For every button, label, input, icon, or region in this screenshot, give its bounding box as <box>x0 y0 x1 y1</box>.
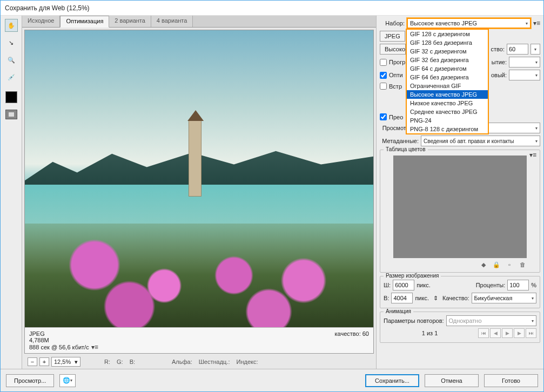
dd-item[interactable]: GIF 32 с дизерингом <box>407 47 488 56</box>
quality-preset-button[interactable]: Высоко <box>380 44 406 55</box>
info-quality: качество: 60 <box>334 330 369 337</box>
w-label: Ш: <box>384 282 391 288</box>
tab-original[interactable]: Исходное <box>22 16 60 27</box>
ct-eyedrop-icon[interactable]: ◆ <box>479 260 488 269</box>
link-icon[interactable]: ⇕ <box>433 295 438 302</box>
index-label: Индекс: <box>237 359 258 365</box>
dd-item[interactable]: GIF 64 с дизерингом <box>407 64 488 73</box>
dd-item[interactable]: PNG-24 <box>407 116 488 125</box>
dd-item[interactable]: Ограниченная GIF <box>407 82 488 90</box>
format-button[interactable]: JPEG <box>380 31 405 42</box>
resample-select[interactable]: Бикубическая▾ <box>472 293 536 303</box>
preview-button[interactable]: Просмотр... <box>6 374 54 387</box>
preset-dropdown[interactable]: GIF 128 с дизерингом GIF 128 без дизерин… <box>406 29 489 134</box>
tab-2up[interactable]: 2 варианта <box>109 16 151 27</box>
anim-controls: ⏮ ◀ ▶ ▶ ⏭ <box>478 328 536 338</box>
done-button[interactable]: Готово <box>484 374 538 387</box>
save-button[interactable]: Сохранить... <box>365 374 419 387</box>
quality-input[interactable] <box>507 44 528 55</box>
blur-select[interactable]: ▾ <box>509 57 540 67</box>
slice-visibility-toggle[interactable] <box>5 110 17 119</box>
animation-legend: Анимация <box>384 308 413 314</box>
slice-tool[interactable]: ↘ <box>5 36 18 49</box>
dd-item-selected[interactable]: Высокое качество JPEG <box>407 90 488 99</box>
image-preview[interactable] <box>25 30 373 327</box>
anim-prev-icon: ◀ <box>490 328 501 338</box>
matte-select[interactable]: ▾ <box>509 70 540 80</box>
settings-panel: Набор: Высокое качество JPEG▾ ▾≡ GIF 128… <box>376 16 543 369</box>
anim-next-icon: ▶ <box>514 328 525 338</box>
anim-play-icon: ▶ <box>502 328 513 338</box>
dd-item[interactable]: GIF 128 с дизерингом <box>407 30 488 38</box>
main-area: ✋ ↘ 🔍 💉 Исходное Оптимизация 2 варианта … <box>1 16 543 369</box>
frame-counter: 1 из 1 <box>384 330 476 336</box>
canvas-wrap: JPEGкачество: 60 4,788M 888 сек @ 56,6 к… <box>24 30 374 354</box>
footer: Просмотр... 🌐▾ Сохранить... Отмена Готов… <box>1 369 543 391</box>
window-title: Сохранить для Web (12,5%) <box>5 4 90 12</box>
settings-menu-icon[interactable]: ▾≡ <box>533 19 540 27</box>
hex-label: Шестнадц.: <box>199 359 230 365</box>
height-input[interactable] <box>391 293 413 303</box>
anim-last-icon: ⏭ <box>526 328 536 338</box>
alpha-label: Альфа: <box>172 359 192 365</box>
imagesize-legend: Размер изображения <box>384 273 441 279</box>
optimized-checkbox[interactable]: Опти <box>380 72 403 79</box>
preview-tabs: Исходное Оптимизация 2 варианта 4 вариан… <box>22 16 376 28</box>
h-label: В: <box>384 295 389 301</box>
matte-label: овый: <box>491 72 507 78</box>
zoom-in-button[interactable]: + <box>39 357 49 366</box>
px-label2: пикс. <box>415 295 429 301</box>
hand-tool[interactable]: ✋ <box>5 19 18 32</box>
percent-sign: % <box>531 282 536 288</box>
preset-label: Набор: <box>380 20 405 26</box>
anim-first-icon: ⏮ <box>478 328 489 338</box>
colortable-menu-icon[interactable]: ▾≡ <box>529 151 536 159</box>
loop-select: Однократно▾ <box>446 315 536 326</box>
zoom-select[interactable]: 12,5%▾ <box>51 357 80 367</box>
tool-column: ✋ ↘ 🔍 💉 <box>1 16 22 369</box>
width-input[interactable] <box>393 280 414 290</box>
g-label: G: <box>117 359 123 365</box>
percent-label: Проценты: <box>476 282 506 288</box>
dd-item[interactable]: Низкое качество JPEG <box>407 99 488 107</box>
zoom-out-button[interactable]: − <box>28 357 37 366</box>
ct-lock-icon[interactable]: 🔒 <box>492 260 501 269</box>
status-bar: − + 12,5%▾ R: G: B: Альфа: Шестнадц.: Ин… <box>24 356 374 368</box>
tab-optimized[interactable]: Оптимизация <box>60 16 109 28</box>
dd-item[interactable]: PNG-8 128 с дизерингом <box>407 125 488 133</box>
info-format: JPEG <box>29 330 45 337</box>
dd-item[interactable]: Среднее качество JPEG <box>407 107 488 116</box>
dd-item[interactable]: GIF 128 без дизеринга <box>407 38 488 47</box>
imagesize-fieldset: Размер изображения Ш: пикс. Проценты: % … <box>380 276 540 308</box>
quality-label: ство: <box>491 46 505 52</box>
ct-trash-icon[interactable]: 🗑 <box>518 260 527 269</box>
color-table[interactable] <box>393 156 527 258</box>
meta-select[interactable]: Сведения об авт. правах и контакты▾ <box>421 136 540 146</box>
eyedropper-tool[interactable]: 💉 <box>5 71 18 84</box>
embed-checkbox[interactable]: Встр <box>380 83 402 90</box>
colortable-fieldset: Таблица цветов ▾≡ ◆ 🔒 ▫ 🗑 <box>380 150 540 273</box>
info-time: 888 сек @ 56,6 кбит/с <box>29 344 89 350</box>
info-size: 4,788M <box>29 337 369 343</box>
blur-label: ытие: <box>492 59 507 65</box>
quality-stepper[interactable]: ▾ <box>530 44 540 55</box>
resample-label: Качество: <box>442 295 469 301</box>
cancel-button[interactable]: Отмена <box>425 374 479 387</box>
zoom-tool[interactable]: 🔍 <box>5 53 18 66</box>
info-menu-icon[interactable]: ▾≡ <box>91 343 98 351</box>
animation-fieldset: Анимация Параметры повторов: Однократно▾… <box>380 312 540 343</box>
colortable-legend: Таблица цветов <box>384 146 428 152</box>
color-swatch[interactable] <box>5 91 17 103</box>
browser-preview-button[interactable]: 🌐▾ <box>59 374 76 387</box>
percent-input[interactable] <box>507 280 529 290</box>
convert-srgb-checkbox[interactable]: Прео <box>380 113 403 120</box>
meta-label: Метаданные: <box>380 138 419 144</box>
center-column: Исходное Оптимизация 2 варианта 4 вариан… <box>22 16 376 369</box>
tab-4up[interactable]: 4 варианта <box>151 16 193 27</box>
progressive-checkbox[interactable]: Прогр <box>380 59 405 66</box>
preset-select[interactable]: Высокое качество JPEG▾ <box>407 18 531 29</box>
ct-add-icon[interactable]: ▫ <box>505 260 514 269</box>
b-label: B: <box>130 359 135 365</box>
dd-item[interactable]: GIF 32 без дизеринга <box>407 56 488 64</box>
dd-item[interactable]: GIF 64 без дизеринга <box>407 73 488 82</box>
